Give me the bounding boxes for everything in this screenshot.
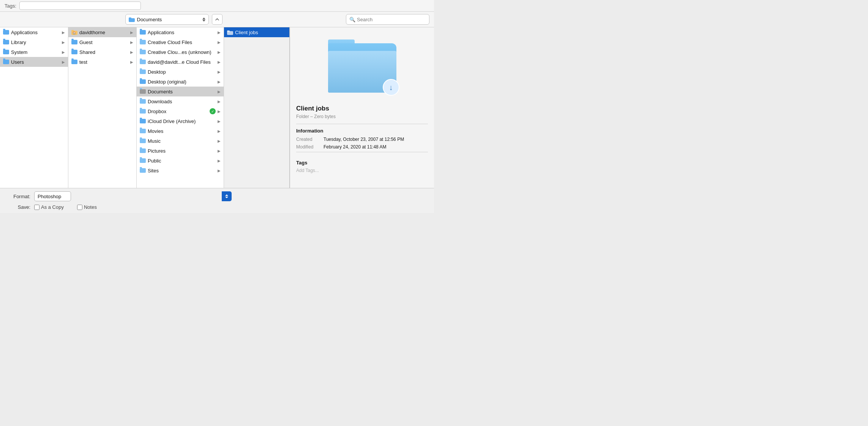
chevron-right-icon: ▶ <box>218 119 221 123</box>
col3-item-music[interactable]: Music ▶ <box>137 136 224 146</box>
format-label: Format: <box>8 194 30 199</box>
col3-item-desktop-original[interactable]: Desktop (original) ▶ <box>137 77 224 87</box>
chevron-right-icon: ▶ <box>218 149 221 153</box>
chevron-right-icon: ▶ <box>130 40 133 44</box>
columns-section: Applications ▶ Library ▶ System ▶ <box>0 27 290 188</box>
special-folder-icon <box>140 98 146 104</box>
download-arrow-icon: ↓ <box>389 83 393 92</box>
chevron-right-icon: ▶ <box>62 50 65 54</box>
chevron-right-icon: ▶ <box>218 30 221 35</box>
select-arrows <box>225 194 228 198</box>
chevron-right-icon: ▶ <box>62 40 65 44</box>
toolbar: Documents 🔍 <box>0 12 434 27</box>
svg-rect-1 <box>129 17 131 19</box>
special-folder-icon <box>140 148 146 154</box>
home-folder-icon: 🏠 <box>71 29 77 35</box>
save-row: Save: As a Copy Notes <box>8 204 426 210</box>
as-copy-label: As a Copy <box>41 204 64 210</box>
chevron-right-icon: ▶ <box>218 80 221 84</box>
col3-item-pictures[interactable]: Pictures ▶ <box>137 146 224 156</box>
col3-item-david-cloud[interactable]: david@davidt...e Cloud Files ▶ <box>137 57 224 67</box>
svg-rect-6 <box>227 30 230 32</box>
sidebar-item-shared[interactable]: Shared ▶ <box>68 47 136 57</box>
save-dialog: Tags: Documents 🔍 <box>0 0 434 213</box>
special-folder-icon <box>140 158 146 164</box>
chevron-right-icon: ▶ <box>218 90 221 94</box>
tags-input[interactable] <box>19 2 141 10</box>
special-folder-icon <box>140 167 146 174</box>
preview-tags-section-title: Tags <box>296 160 428 166</box>
special-folder-icon <box>140 88 146 95</box>
special-folder-icon <box>140 108 146 114</box>
chevron-right-icon: ▶ <box>130 30 133 35</box>
browser-area: Applications ▶ Library ▶ System ▶ <box>0 27 434 188</box>
chevron-right-icon: ▶ <box>218 60 221 64</box>
format-select-wrapper: Photoshop PNG JPEG TIFF PDF <box>34 191 232 201</box>
tags-bar: Tags: <box>0 0 434 12</box>
chevron-right-icon: ▶ <box>218 99 221 104</box>
notes-checkbox[interactable] <box>77 205 82 210</box>
preview-panel: ↓ Client jobs Folder – Zero bytes Inform… <box>290 27 434 188</box>
folder-icon <box>3 59 9 65</box>
special-folder-icon <box>140 59 146 65</box>
location-text: Documents <box>137 17 200 22</box>
column-1: Applications ▶ Library ▶ System ▶ <box>0 27 68 188</box>
special-folder-icon <box>140 69 146 75</box>
sidebar-item-davidthorne[interactable]: 🏠 davidthorne ▶ <box>68 27 136 37</box>
format-select[interactable]: Photoshop PNG JPEG TIFF PDF <box>34 191 71 201</box>
sidebar-item-test[interactable]: test ▶ <box>68 57 136 67</box>
col3-item-creative-cloud[interactable]: Creative Cloud Files ▶ <box>137 37 224 47</box>
folder-icon <box>140 79 146 85</box>
as-copy-checkbox-item: As a Copy <box>34 204 64 210</box>
sidebar-item-system[interactable]: System ▶ <box>0 47 68 57</box>
column-4: Client jobs <box>224 27 290 188</box>
folder-icon <box>71 59 77 65</box>
modified-value: February 24, 2020 at 11:48 AM <box>324 144 386 150</box>
col3-item-movies[interactable]: Movies ▶ <box>137 126 224 136</box>
preview-folder-name: Client jobs <box>296 105 428 112</box>
preview-created-row: Created Tuesday, October 23, 2007 at 12:… <box>296 137 428 142</box>
collapse-button[interactable] <box>212 14 223 25</box>
sidebar-item-guest[interactable]: Guest ▶ <box>68 37 136 47</box>
folder-icon <box>227 29 233 35</box>
col4-item-client-jobs[interactable]: Client jobs <box>224 27 290 37</box>
folder-icon <box>140 118 146 124</box>
chevron-right-icon: ▶ <box>130 60 133 64</box>
chevron-right-icon: ▶ <box>218 70 221 74</box>
preview-icon-area: ↓ <box>296 33 428 99</box>
chevron-right-icon: ▶ <box>130 50 133 54</box>
sidebar-item-users[interactable]: Users ▶ <box>0 57 68 67</box>
svg-text:🏠: 🏠 <box>73 31 76 35</box>
save-label: Save: <box>8 204 30 210</box>
col3-item-creative-cloud-unknown[interactable]: Creative Clou...es (unknown) ▶ <box>137 47 224 57</box>
location-picker[interactable]: Documents <box>125 14 209 25</box>
col3-item-sites[interactable]: Sites ▶ <box>137 166 224 175</box>
notes-checkbox-item: Notes <box>77 204 97 210</box>
created-value: Tuesday, October 23, 2007 at 12:56 PM <box>324 137 404 142</box>
chevron-right-icon: ▶ <box>218 129 221 133</box>
download-badge: ↓ <box>383 79 399 96</box>
preview-divider-1 <box>296 124 428 124</box>
col3-item-icloud-drive[interactable]: iCloud Drive (Archive) ▶ <box>137 116 224 126</box>
preview-folder-meta: Folder – Zero bytes <box>296 114 428 119</box>
special-folder-icon <box>140 138 146 144</box>
folder-icon <box>140 29 146 35</box>
chevron-right-icon: ▶ <box>218 169 221 173</box>
notes-label: Notes <box>84 204 97 210</box>
sidebar-item-applications[interactable]: Applications ▶ <box>0 27 68 37</box>
col3-item-dropbox[interactable]: Dropbox ✓ ▶ <box>137 106 224 116</box>
search-input[interactable] <box>357 17 425 22</box>
col3-item-public[interactable]: Public ▶ <box>137 156 224 166</box>
col3-item-downloads[interactable]: Downloads ▶ <box>137 96 224 106</box>
search-box[interactable]: 🔍 <box>346 14 429 25</box>
col3-item-desktop[interactable]: Desktop ▶ <box>137 67 224 77</box>
created-label: Created <box>296 137 320 142</box>
sidebar-item-library[interactable]: Library ▶ <box>0 37 68 47</box>
preview-modified-row: Modified February 24, 2020 at 11:48 AM <box>296 144 428 150</box>
add-tags-label[interactable]: Add Tags... <box>296 168 428 173</box>
col3-item-applications[interactable]: Applications ▶ <box>137 27 224 37</box>
as-copy-checkbox[interactable] <box>34 205 39 210</box>
col3-item-documents[interactable]: Documents ▶ <box>137 87 224 96</box>
checkbox-area: As a Copy Notes <box>34 204 97 210</box>
chevron-right-icon: ▶ <box>62 60 65 64</box>
